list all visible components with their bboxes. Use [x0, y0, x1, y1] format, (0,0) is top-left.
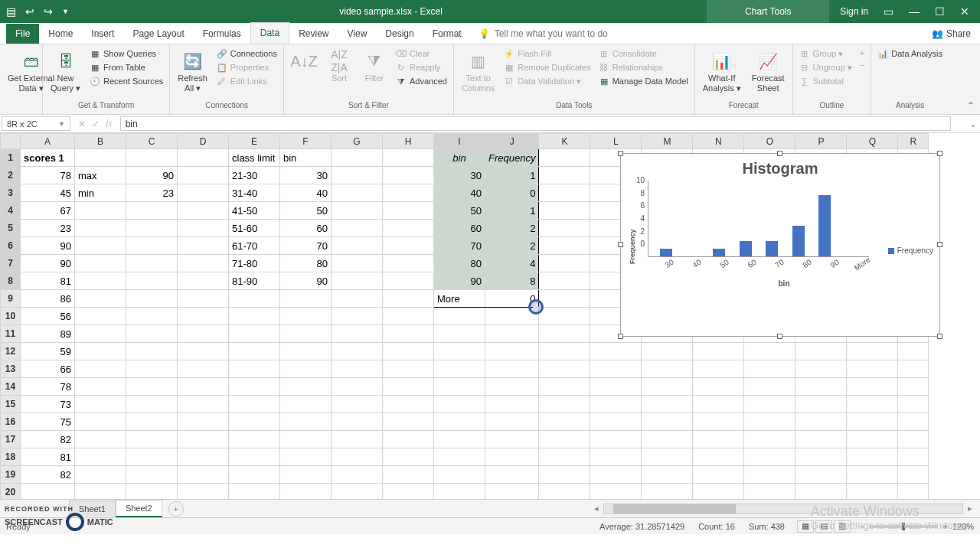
cell-D11[interactable]	[178, 325, 229, 343]
cell-L13[interactable]	[590, 360, 642, 378]
cell-I12[interactable]	[434, 343, 485, 360]
cell-L12[interactable]	[590, 343, 642, 360]
save-icon[interactable]: ▤	[6, 5, 16, 18]
column-header-D[interactable]: D	[178, 134, 229, 149]
cell-M16[interactable]	[642, 413, 693, 431]
cell-C4[interactable]	[126, 202, 178, 220]
cell-D4[interactable]	[178, 202, 229, 220]
chart-legend[interactable]: Frequency	[888, 246, 933, 255]
chart-plot-area[interactable]	[648, 181, 869, 257]
cell-D15[interactable]	[178, 396, 229, 413]
cell-N15[interactable]	[693, 396, 744, 413]
cell-E17[interactable]	[229, 431, 280, 448]
chart-bar[interactable]	[740, 241, 752, 256]
cell-A12[interactable]: 59	[21, 343, 75, 360]
fx-icon[interactable]: fx	[106, 118, 113, 129]
cell-K17[interactable]	[539, 431, 590, 448]
cell-A3[interactable]: 45	[21, 184, 75, 202]
new-query-button[interactable]: 🗄New Query ▾	[47, 47, 83, 95]
cell-I16[interactable]	[434, 413, 485, 431]
cell-F13[interactable]	[280, 360, 332, 378]
chart-bar[interactable]	[766, 241, 778, 256]
column-header-K[interactable]: K	[539, 134, 590, 149]
cell-B15[interactable]	[75, 396, 126, 413]
cell-F7[interactable]: 80	[280, 255, 332, 272]
column-header-A[interactable]: A	[21, 134, 75, 149]
row-header-12[interactable]: 12	[1, 343, 21, 360]
cell-A2[interactable]: 78	[21, 167, 75, 184]
row-header-19[interactable]: 19	[1, 466, 21, 484]
tab-home[interactable]: Home	[39, 24, 82, 44]
cell-K9[interactable]	[539, 290, 590, 308]
cell-D5[interactable]	[178, 220, 229, 237]
row-header-20[interactable]: 20	[1, 484, 21, 500]
cell-H14[interactable]	[383, 378, 434, 396]
cell-E7[interactable]: 71-80	[229, 255, 280, 272]
reapply-button[interactable]: ↻Reapply	[394, 61, 449, 73]
enter-icon[interactable]: ✓	[92, 119, 100, 129]
cell-D7[interactable]	[178, 255, 229, 272]
cell-F14[interactable]	[280, 378, 332, 396]
cell-F8[interactable]: 90	[280, 272, 332, 290]
cell-F18[interactable]	[280, 448, 332, 466]
cell-D9[interactable]	[178, 290, 229, 308]
cell-I14[interactable]	[434, 378, 485, 396]
cell-M13[interactable]	[642, 360, 693, 378]
row-header-1[interactable]: 1	[1, 149, 21, 167]
cell-F19[interactable]	[280, 466, 332, 484]
cell-J12[interactable]	[485, 343, 539, 360]
cell-K19[interactable]	[539, 466, 590, 484]
cell-C15[interactable]	[126, 396, 178, 413]
cell-J19[interactable]	[485, 466, 539, 484]
cell-P18[interactable]	[795, 448, 847, 466]
cell-G17[interactable]	[332, 431, 383, 448]
cell-B18[interactable]	[75, 448, 126, 466]
cell-E3[interactable]: 31-40	[229, 184, 280, 202]
row-header-9[interactable]: 9	[1, 290, 21, 308]
signin-link[interactable]: Sign in	[840, 6, 868, 17]
cell-O14[interactable]	[744, 378, 795, 396]
cell-I19[interactable]	[434, 466, 485, 484]
cancel-icon[interactable]: ✕	[78, 119, 86, 129]
cell-D6[interactable]	[178, 237, 229, 255]
tab-data[interactable]: Data	[250, 22, 289, 44]
cell-C2[interactable]: 90	[126, 167, 178, 184]
cell-G1[interactable]	[332, 149, 383, 167]
cell-A19[interactable]: 82	[21, 466, 75, 484]
cell-L20[interactable]	[590, 484, 642, 500]
cell-C8[interactable]	[126, 272, 178, 290]
ribbon-options-icon[interactable]: ▭	[884, 5, 893, 18]
row-header-2[interactable]: 2	[1, 167, 21, 184]
cell-D8[interactable]	[178, 272, 229, 290]
cell-B8[interactable]	[75, 272, 126, 290]
cell-F1[interactable]: bin	[280, 149, 332, 167]
cell-N14[interactable]	[693, 378, 744, 396]
cell-E10[interactable]	[229, 308, 280, 325]
column-header-I[interactable]: I	[434, 134, 485, 149]
tab-page-layout[interactable]: Page Layout	[123, 24, 193, 44]
cell-I10[interactable]	[434, 308, 485, 325]
cell-I3[interactable]: 40	[434, 184, 485, 202]
cell-M17[interactable]	[642, 431, 693, 448]
recent-sources-button[interactable]: 🕘Recent Sources	[88, 75, 165, 87]
cell-Q14[interactable]	[847, 378, 898, 396]
undo-icon[interactable]: ↩	[25, 5, 34, 18]
column-header-F[interactable]: F	[280, 134, 332, 149]
cell-B7[interactable]	[75, 255, 126, 272]
cell-J14[interactable]	[485, 378, 539, 396]
worksheet-grid[interactable]: ABCDEFGHIJKLMNOPQR1scores 1class limitbi…	[0, 133, 980, 499]
cell-F3[interactable]: 40	[280, 184, 332, 202]
cell-E16[interactable]	[229, 413, 280, 431]
cell-J3[interactable]: 0	[485, 184, 539, 202]
cell-L14[interactable]	[590, 378, 642, 396]
cell-M14[interactable]	[642, 378, 693, 396]
cell-E9[interactable]	[229, 290, 280, 308]
cell-H6[interactable]	[383, 237, 434, 255]
cell-R18[interactable]	[898, 448, 929, 466]
cell-H10[interactable]	[383, 308, 434, 325]
cell-A11[interactable]: 89	[21, 325, 75, 343]
chart-bar[interactable]	[792, 226, 805, 256]
cell-B3[interactable]: min	[75, 184, 126, 202]
cell-R12[interactable]	[898, 343, 929, 360]
cell-B16[interactable]	[75, 413, 126, 431]
